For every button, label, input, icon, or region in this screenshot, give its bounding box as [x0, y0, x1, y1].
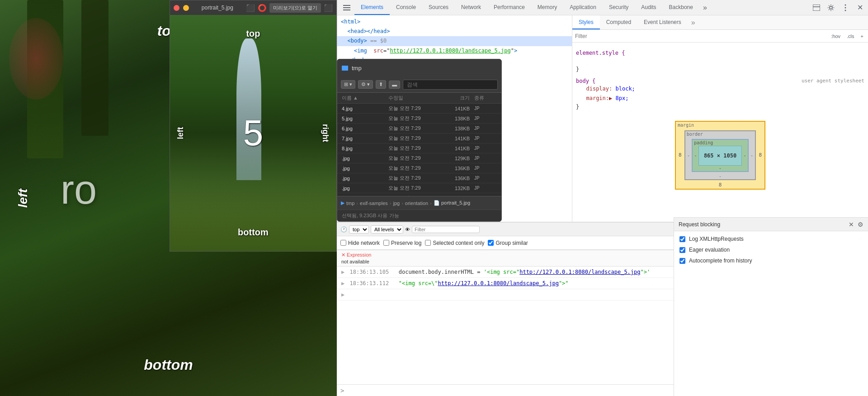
left-image-panel: top bottom left right ro portrait_5.jpg … — [0, 0, 337, 396]
styles-filter-input[interactable] — [575, 33, 826, 39]
tree-line-img[interactable]: <img src="http://127.0.0.1:8080/landscap… — [337, 46, 572, 56]
col-name: 이름 ▲ — [342, 95, 388, 101]
box-pad-right: - — [742, 153, 748, 158]
more-options-icon[interactable] — [839, 1, 852, 14]
settings-request-blocking-btn[interactable]: ⚙ — [858, 221, 863, 228]
more-tabs-button[interactable]: » — [699, 0, 711, 15]
log-arrow-1: ▶ — [341, 269, 344, 275]
file-item[interactable]: 6.jpg오늘 오전 7:29138KBJP — [337, 124, 501, 134]
file-item[interactable]: .jpg오늘 오전 7:29136KBJP — [337, 173, 501, 183]
css-close: } — [576, 66, 864, 72]
box-border-label: border — [685, 131, 755, 137]
upload-button[interactable]: ⬆ — [376, 80, 386, 89]
box-border-left: - — [685, 153, 692, 158]
css-block-body: body {user agent stylesheet display: blo… — [576, 78, 864, 110]
file-browser-header: tmp — [337, 59, 501, 76]
box-pad-bottom: - — [693, 166, 748, 171]
portrait-bottom-label: bottom — [238, 227, 269, 238]
tab-application[interactable]: Application — [563, 0, 603, 15]
tab-backbone[interactable]: Backbone — [663, 0, 699, 15]
selected-context-checkbox[interactable]: Selected context only — [425, 240, 484, 246]
close-devtools-icon[interactable]: ✕ — [854, 1, 866, 14]
path-tmp[interactable]: tmp — [346, 200, 354, 206]
share2-icon[interactable]: ⬛ — [324, 4, 333, 12]
path-exif[interactable]: exif-samples — [360, 200, 388, 206]
tab-network[interactable]: Network — [455, 0, 487, 15]
box-margin-label: margin — [676, 122, 764, 129]
portrait-left-label: left — [176, 127, 185, 139]
tab-performance[interactable]: Performance — [487, 0, 531, 15]
settings-icon[interactable] — [825, 1, 837, 14]
file-browser-title: tmp — [352, 65, 362, 72]
tab-computed[interactable]: Computed — [600, 15, 637, 29]
request-blocking-content: Log XMLHttpRequests Eager evaluation Aut… — [674, 231, 868, 396]
tree-line-body[interactable]: <body> == $0 — [337, 36, 572, 46]
left-label: left — [16, 189, 30, 208]
svg-rect-1 — [343, 7, 350, 8]
dock-icon[interactable] — [810, 1, 823, 14]
tab-event-listeners[interactable]: Event Listeners — [637, 15, 688, 29]
hover-filter-btn[interactable]: :hov — [829, 33, 842, 40]
share-icon[interactable]: ⬛ — [246, 4, 255, 12]
tab-memory[interactable]: Memory — [531, 0, 563, 15]
tree-line[interactable]: <html> — [337, 17, 572, 27]
settings-button[interactable]: ⚙ ▾ — [358, 80, 373, 89]
log-xhr-checkbox[interactable] — [679, 236, 685, 242]
portrait-toolbar: ⬛ ⭕ 미리보기(으)로 열기 ⬛ — [246, 3, 333, 13]
file-item[interactable]: .jpg오늘 오전 7:29136KBJP — [337, 163, 501, 173]
log-string-2: "<img src=\"http://127.0.0.1:8080/landsc… — [399, 280, 569, 286]
file-item[interactable]: .jpg오늘 오전 7:29129KBJP — [337, 153, 501, 163]
console-context-select[interactable]: top — [349, 225, 369, 234]
tab-console[interactable]: Console — [390, 0, 422, 15]
devtools-hamburger[interactable] — [339, 0, 354, 15]
autocomplete-checkbox[interactable] — [679, 258, 685, 264]
close-request-blocking-btn[interactable]: ✕ — [849, 221, 854, 228]
ro-text: ro — [61, 167, 97, 213]
box-pad-left: - — [693, 153, 698, 158]
file-item[interactable]: 5.jpg오늘 오전 7:29138KBJP — [337, 114, 501, 124]
request-blocking-panel: Request blocking ✕ ⚙ Log XMLHttpRequests… — [674, 217, 868, 396]
tab-security[interactable]: Security — [603, 0, 635, 15]
open-preview-button[interactable]: 미리보기(으)로 열기 — [269, 3, 321, 13]
file-item[interactable]: .jpg오늘 오전 7:29132KBJP — [337, 183, 501, 193]
preserve-log-checkbox[interactable]: Preserve log — [383, 240, 421, 246]
file-item[interactable]: 8.jpg오늘 오전 7:29141KBJP — [337, 143, 501, 153]
eager-eval-checkbox[interactable] — [679, 247, 685, 253]
tab-styles[interactable]: Styles — [572, 15, 600, 29]
log-url-1[interactable]: http://127.0.0.1:8080/landscape_5.jpg — [519, 269, 640, 275]
tab-audits[interactable]: Audits — [635, 0, 662, 15]
box-margin-bottom: 8 — [676, 182, 764, 189]
tab-elements[interactable]: Elements — [354, 0, 390, 15]
rb-checkbox-autocomplete: Autocomplete from history — [679, 258, 863, 264]
console-prompt: > — [340, 387, 344, 394]
close-button[interactable] — [174, 5, 179, 11]
group-similar-checkbox[interactable]: Group similar — [488, 240, 528, 246]
add-style-btn[interactable]: + — [859, 33, 865, 40]
svg-point-7 — [845, 7, 846, 8]
footer-text: 선택됨, 9.23GB 사용 가능 — [342, 212, 399, 219]
file-item[interactable]: 4.jpg오늘 오전 7:29141KBJP — [337, 104, 501, 114]
tree-line[interactable]: <head></head> — [337, 27, 572, 36]
action-button[interactable]: ▬ — [389, 81, 400, 89]
camera-icon[interactable]: ⭕ — [258, 4, 267, 12]
css-selector-body: body {user agent stylesheet — [576, 78, 864, 84]
file-browser-path: ▶ tmp › exif-samples › jpg › orientation… — [337, 196, 501, 210]
log-url-2[interactable]: http://127.0.0.1:8080/landscape_5.jpg — [438, 280, 559, 286]
minimize-button[interactable] — [183, 5, 189, 11]
console-filter-input[interactable] — [412, 226, 480, 233]
path-file: 📄 portrait_5.jpg — [434, 200, 470, 206]
path-jpg[interactable]: jpg — [393, 200, 400, 206]
styles-more-btn[interactable]: » — [688, 15, 699, 29]
svg-point-6 — [845, 4, 846, 5]
console-level-select[interactable]: All levels — [371, 225, 403, 234]
svg-rect-2 — [343, 10, 350, 10]
file-search-input[interactable] — [403, 80, 498, 90]
path-orient[interactable]: orientation — [405, 200, 428, 206]
cls-filter-btn[interactable]: .cls — [845, 33, 856, 40]
view-toggle-button[interactable]: ⊞ ▾ — [341, 80, 355, 89]
tab-sources[interactable]: Sources — [422, 0, 455, 15]
hide-network-checkbox[interactable]: Hide network — [340, 240, 380, 246]
file-item[interactable]: 7.jpg오늘 오전 7:29141KBJP — [337, 134, 501, 143]
file-list: 4.jpg오늘 오전 7:29141KBJP 5.jpg오늘 오전 7:2913… — [337, 104, 501, 196]
css-selector: element.style { — [576, 50, 864, 56]
